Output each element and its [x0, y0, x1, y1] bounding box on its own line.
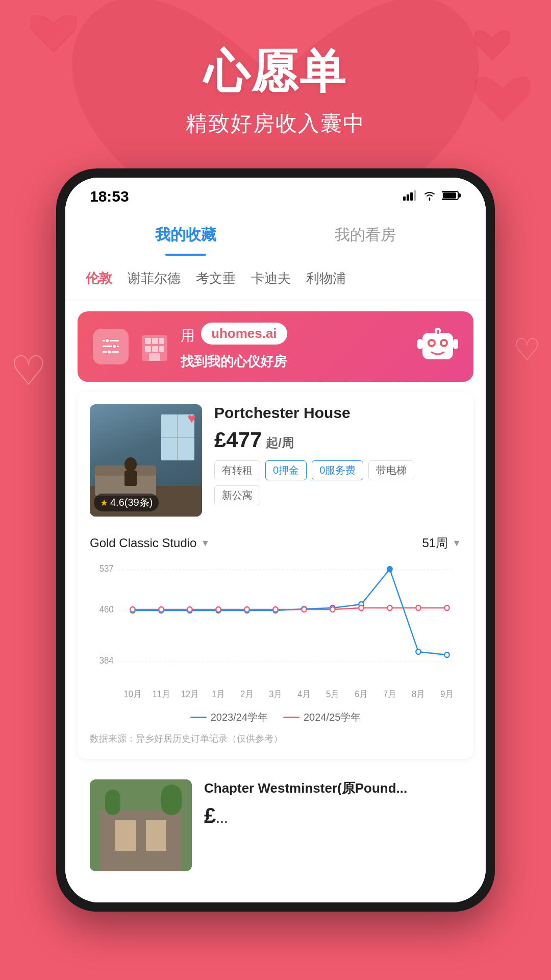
city-tab-coventry[interactable]: 考文垂	[196, 266, 236, 290]
rating-value: 4.6(39条)	[110, 496, 153, 509]
svg-point-78	[416, 605, 420, 610]
svg-point-77	[387, 605, 392, 610]
svg-rect-0	[403, 197, 406, 201]
property-thumbnail-2	[90, 779, 192, 871]
svg-point-67	[444, 652, 449, 657]
room-type-dropdown-arrow[interactable]: ▼	[201, 538, 210, 549]
svg-rect-82	[115, 820, 136, 851]
chart-period-selector[interactable]: 51周 ▼	[422, 535, 461, 551]
banner-text-content: 用 uhomes.ai 找到我的心仪好房	[181, 323, 287, 371]
svg-text:9月: 9月	[440, 689, 454, 699]
svg-rect-17	[145, 346, 151, 352]
svg-point-65	[387, 567, 392, 572]
city-filter-tabs: 伦敦 谢菲尔德 考文垂 卡迪夫 利物浦	[65, 256, 486, 301]
svg-rect-19	[159, 346, 164, 352]
svg-text:537: 537	[99, 563, 114, 574]
svg-point-36	[124, 457, 137, 472]
svg-rect-16	[159, 338, 164, 344]
tag-elevator: 带电梯	[368, 460, 414, 480]
svg-text:5月: 5月	[326, 689, 339, 699]
svg-point-75	[330, 607, 335, 612]
svg-point-69	[159, 607, 163, 612]
tab-my-visits[interactable]: 我的看房	[276, 210, 455, 256]
wifi-icon	[422, 190, 437, 203]
legend-label-2324: 2023/24学年	[211, 710, 268, 724]
ai-banner[interactable]: 用 uhomes.ai 找到我的心仪好房	[78, 311, 473, 382]
tab-my-favorites[interactable]: 我的收藏	[96, 210, 276, 256]
svg-rect-81	[100, 810, 182, 871]
banner-left-content: 用 uhomes.ai 找到我的心仪好房	[93, 323, 287, 371]
banner-filter-icon	[93, 329, 129, 364]
svg-point-10	[105, 339, 109, 343]
property-card-1[interactable]: ♥ ★ 4.6(39条) Portchester House	[78, 392, 473, 759]
property-details-2: Chapter Westminster(原Pound... £...	[204, 779, 461, 836]
main-tabs: 我的收藏 我的看房	[65, 210, 486, 256]
city-tab-sheffield[interactable]: 谢菲尔德	[128, 266, 181, 290]
svg-point-73	[273, 607, 278, 612]
svg-point-74	[302, 607, 306, 612]
svg-rect-1	[407, 194, 409, 201]
svg-text:11月: 11月	[152, 689, 170, 699]
phone-screen: 18:53	[65, 178, 486, 902]
property-details-1: Portchester House £477 起/周 有转租 0押金 0服务费 …	[214, 404, 461, 517]
page-title: 心愿单	[0, 41, 551, 103]
svg-rect-28	[417, 339, 422, 349]
svg-point-71	[216, 607, 220, 612]
svg-text:7月: 7月	[383, 689, 396, 699]
svg-point-25	[442, 341, 446, 345]
svg-rect-2	[410, 192, 413, 201]
property-tags-1: 有转租 0押金 0服务费 带电梯 新公寓	[214, 460, 461, 505]
legend-item-2425: 2024/25学年	[283, 710, 361, 724]
property-name-1: Portchester House	[214, 404, 461, 422]
svg-rect-15	[152, 338, 158, 344]
svg-rect-6	[443, 192, 456, 199]
banner-tagline: 找到我的心仪好房	[181, 353, 287, 371]
svg-text:6月: 6月	[355, 689, 368, 699]
svg-rect-5	[459, 193, 461, 198]
banner-url: uhomes.ai	[201, 323, 287, 345]
svg-rect-83	[146, 820, 166, 851]
banner-building-icon	[137, 328, 172, 365]
city-tab-liverpool[interactable]: 利物浦	[306, 266, 346, 290]
favorite-heart-icon[interactable]: ♥	[187, 410, 196, 427]
property-top-section: ♥ ★ 4.6(39条) Portchester House	[90, 404, 461, 517]
svg-point-23	[430, 341, 434, 345]
tag-sublease: 有转租	[214, 460, 260, 480]
svg-rect-21	[422, 333, 453, 359]
phone-outer-frame: 18:53	[56, 168, 495, 912]
svg-rect-84	[105, 790, 120, 815]
svg-rect-18	[152, 346, 158, 352]
page-subtitle: 精致好房收入囊中	[0, 109, 551, 138]
svg-rect-37	[124, 471, 137, 486]
city-tab-cardiff[interactable]: 卡迪夫	[251, 266, 291, 290]
city-tab-london[interactable]: 伦敦	[86, 266, 112, 290]
svg-rect-85	[161, 785, 182, 815]
svg-point-12	[107, 350, 111, 354]
tag-no-deposit: 0押金	[265, 460, 307, 480]
property-card-2[interactable]: Chapter Westminster(原Pound... £...	[78, 767, 473, 884]
chart-header: Gold Classic Studio ▼ 51周 ▼	[90, 527, 461, 559]
status-bar: 18:53	[65, 178, 486, 210]
svg-text:384: 384	[99, 655, 114, 666]
room-type-label: Gold Classic Studio	[90, 536, 196, 550]
battery-icon	[442, 190, 461, 203]
legend-item-2324: 2023/24学年	[190, 710, 268, 724]
room-type-selector[interactable]: Gold Classic Studio ▼	[90, 536, 210, 550]
svg-text:8月: 8月	[412, 689, 425, 699]
svg-point-68	[130, 607, 135, 612]
side-heart-left: ♡	[10, 347, 47, 395]
svg-rect-29	[453, 339, 458, 349]
phone-mockup: 18:53	[56, 168, 495, 912]
chart-legend: 2023/24学年 2024/25学年	[90, 702, 461, 728]
svg-point-11	[112, 345, 116, 349]
svg-text:10月: 10月	[123, 689, 141, 699]
tag-no-fee: 0服务费	[312, 460, 363, 480]
svg-rect-27	[437, 330, 439, 334]
property-price-2: £...	[204, 803, 461, 828]
header-section: 心愿单 精致好房收入囊中	[0, 0, 551, 158]
property-name-2: Chapter Westminster(原Pound...	[204, 779, 461, 797]
period-dropdown-arrow[interactable]: ▼	[452, 538, 461, 549]
phone-inner-frame: 18:53	[65, 178, 486, 902]
property-rating-badge: ★ 4.6(39条)	[94, 494, 159, 511]
svg-point-70	[187, 607, 192, 612]
